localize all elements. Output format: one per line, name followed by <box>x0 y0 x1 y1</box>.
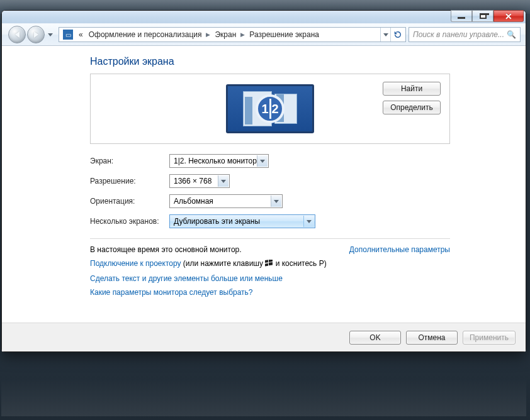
close-button[interactable]: ✕ <box>493 10 524 22</box>
chevron-down-icon <box>274 200 279 203</box>
chevron-down-icon <box>383 33 388 36</box>
orientation-value: Альбомная <box>174 197 213 206</box>
resolution-select[interactable]: 1366 × 768 <box>169 174 230 188</box>
breadcrumb-dropdown[interactable] <box>380 28 390 41</box>
projector-text-1: (или нажмите клавишу <box>181 259 266 268</box>
which-params-link[interactable]: Какие параметры монитора следует выбрать… <box>90 288 253 297</box>
detect-button[interactable]: Найти <box>383 82 441 96</box>
breadcrumb-back[interactable]: « <box>76 30 86 39</box>
multi-screens-value: Дублировать эти экраны <box>174 217 260 226</box>
breadcrumb-item[interactable]: Разрешение экрана <box>247 30 322 39</box>
projector-text-2: и коснитесь P) <box>273 259 326 268</box>
chevron-down-icon <box>48 33 53 36</box>
nav-history-dropdown[interactable] <box>46 28 55 41</box>
apply-button[interactable]: Применить <box>463 331 516 345</box>
maximize-button[interactable] <box>472 10 493 22</box>
content-area: Настройки экрана 1 2 Найти Определить <box>2 46 526 351</box>
nav-forward-button[interactable] <box>27 26 45 43</box>
breadcrumb-item[interactable]: Оформление и персонализация <box>86 30 205 39</box>
monitor-preview-box: 1 2 Найти Определить <box>90 74 450 144</box>
chevron-down-icon <box>221 180 226 183</box>
refresh-button[interactable] <box>390 28 404 41</box>
screen-label: Экран: <box>90 157 166 165</box>
identify-button[interactable]: Определить <box>383 101 441 114</box>
titlebar[interactable]: ✕ <box>2 11 526 23</box>
chevron-down-icon <box>260 160 265 163</box>
button-bar: OK Отмена Применить <box>2 323 526 351</box>
monitor-preview[interactable]: 1 2 <box>226 84 314 133</box>
search-input[interactable]: Поиск в панели управле... 🔍 <box>409 27 521 42</box>
separator <box>90 238 450 239</box>
svg-rect-3 <box>269 262 273 265</box>
chevron-down-icon <box>307 220 312 223</box>
windows-key-icon <box>265 260 273 269</box>
breadcrumb-item[interactable]: Экран <box>212 30 239 39</box>
control-panel-icon: ▭ <box>63 30 73 40</box>
svg-rect-0 <box>265 260 268 263</box>
chevron-right-icon: ▶ <box>239 31 247 38</box>
multi-screens-select[interactable]: Дублировать эти экраны <box>169 214 315 228</box>
window-reflection <box>1 353 526 416</box>
monitors-merged-badge: 1 2 <box>256 94 285 123</box>
svg-rect-1 <box>269 260 273 262</box>
projector-link[interactable]: Подключение к проектору <box>90 259 181 268</box>
breadcrumb[interactable]: ▭ « Оформление и персонализация ▶ Экран … <box>59 27 406 42</box>
multi-screens-label: Несколько экранов: <box>90 217 166 226</box>
orientation-label: Ориентация: <box>90 197 166 206</box>
primary-monitor-status: В настоящее время это основной монитор. <box>90 245 242 254</box>
text-size-link[interactable]: Сделать текст и другие элементы больше и… <box>90 274 283 283</box>
svg-rect-2 <box>265 263 268 267</box>
display-settings-window: ✕ ▭ « Оформление и персонализация ▶ Экра… <box>1 10 526 352</box>
screen-select[interactable]: 1|2. Несколько мониторов <box>169 154 269 168</box>
ok-button[interactable]: OK <box>349 331 401 345</box>
chevron-right-icon: ▶ <box>204 31 212 38</box>
screen-value: 1|2. Несколько мониторов <box>174 157 265 165</box>
resolution-label: Разрешение: <box>90 177 166 185</box>
orientation-select[interactable]: Альбомная <box>169 194 283 208</box>
cancel-button[interactable]: Отмена <box>406 331 458 345</box>
page-title: Настройки экрана <box>90 56 450 67</box>
display-number-2: 2 <box>272 102 279 116</box>
resolution-value: 1366 × 768 <box>174 177 211 185</box>
search-placeholder: Поиск в панели управле... <box>413 30 504 39</box>
advanced-settings-link[interactable]: Дополнительные параметры <box>349 245 450 254</box>
refresh-icon <box>393 30 402 39</box>
toolbar: ▭ « Оформление и персонализация ▶ Экран … <box>2 23 526 46</box>
nav-back-button[interactable] <box>8 26 26 43</box>
search-icon: 🔍 <box>507 30 516 39</box>
display-number-1: 1 <box>261 102 268 116</box>
minimize-button[interactable] <box>451 10 472 22</box>
